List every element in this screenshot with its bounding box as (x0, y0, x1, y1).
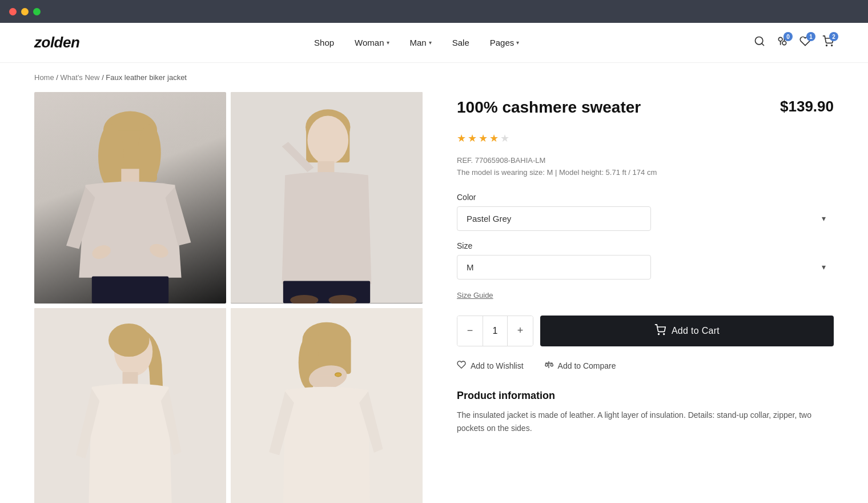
scale-icon (544, 360, 553, 372)
color-select-wrapper: Pastel Grey Black White Navy ▾ (457, 206, 834, 231)
gallery-image-2[interactable] (231, 92, 423, 304)
star-1: ★ (457, 132, 466, 145)
add-to-cart-button[interactable]: Add to Cart (540, 316, 834, 346)
product-info-text: The insulated jacket is made of leather.… (457, 409, 834, 436)
main-content: 100% cashmere sweater $139.90 ★ ★ ★ ★ ★ … (0, 92, 868, 503)
header-icons: 0 1 2 (754, 35, 834, 50)
compare-button[interactable]: 0 (777, 35, 788, 50)
size-select-wrapper: XS S M L XL ▾ (457, 255, 834, 280)
svg-point-38 (664, 333, 665, 334)
wishlist-label: Add to Wishlist (471, 361, 524, 370)
svg-point-2 (778, 37, 782, 41)
svg-rect-16 (92, 277, 168, 304)
header: zolden Shop Woman ▾ Man ▾ Sale Pages ▾ (0, 23, 868, 63)
add-to-cart-label: Add to Cart (672, 326, 720, 336)
star-5: ★ (500, 132, 509, 145)
compare-link[interactable]: Add to Compare (544, 360, 616, 372)
chevron-down-icon: ▾ (822, 262, 826, 272)
size-guide-link[interactable]: Size Guide (457, 291, 493, 300)
svg-rect-21 (318, 161, 334, 174)
titlebar (0, 0, 868, 23)
wishlist-badge: 1 (806, 32, 815, 41)
minimize-button[interactable] (21, 8, 29, 15)
svg-point-11 (98, 124, 124, 188)
star-3: ★ (479, 132, 488, 145)
product-price: $139.90 (780, 98, 834, 115)
cart-icon (654, 324, 666, 338)
size-select[interactable]: XS S M L XL (457, 255, 651, 280)
quantity-value: 1 (483, 316, 508, 346)
svg-point-35 (335, 373, 341, 377)
breadcrumb-current: Faux leather biker jacket (106, 73, 187, 82)
action-links: Add to Wishlist Add to Compare (457, 360, 834, 372)
heart-icon (457, 360, 466, 372)
product-ref: REF. 77065908-BAHIA-LM (457, 156, 834, 165)
product-title: 100% cashmere sweater (457, 98, 641, 117)
chevron-down-icon: ▾ (429, 39, 432, 46)
nav-item-woman[interactable]: Woman ▾ (355, 38, 389, 47)
breadcrumb-whats-new[interactable]: What's New (61, 73, 100, 82)
search-button[interactable] (754, 35, 765, 50)
svg-point-3 (782, 41, 786, 45)
svg-point-37 (658, 333, 660, 334)
quantity-decrease-button[interactable]: − (457, 316, 483, 346)
nav-item-sale[interactable]: Sale (452, 38, 469, 47)
logo[interactable]: zolden (34, 34, 79, 51)
svg-line-1 (762, 43, 764, 46)
chevron-down-icon: ▾ (387, 39, 389, 46)
wishlist-button[interactable]: 1 (799, 35, 811, 50)
svg-point-20 (307, 115, 348, 164)
svg-point-27 (108, 323, 150, 356)
gallery-image-1[interactable] (34, 92, 226, 304)
star-4: ★ (489, 132, 499, 145)
product-info-title: Product information (457, 390, 834, 402)
product-details: 100% cashmere sweater $139.90 ★ ★ ★ ★ ★ … (457, 92, 834, 503)
compare-label: Add to Compare (558, 361, 616, 370)
cart-button[interactable]: 2 (822, 35, 834, 50)
svg-point-12 (138, 124, 160, 182)
main-nav: Shop Woman ▾ Man ▾ Sale Pages ▾ (314, 38, 519, 47)
product-model-info: The model is wearing size: M | Model hei… (457, 168, 834, 177)
product-gallery (34, 92, 423, 503)
quantity-control: − 1 + (457, 316, 533, 346)
nav-item-shop[interactable]: Shop (314, 38, 334, 47)
breadcrumb-home[interactable]: Home (34, 73, 54, 82)
star-2: ★ (468, 132, 477, 145)
chevron-down-icon: ▾ (516, 39, 519, 46)
breadcrumb: Home / What's New / Faux leather biker j… (0, 63, 868, 92)
cart-badge: 2 (829, 32, 838, 41)
gallery-image-4[interactable] (231, 308, 423, 503)
color-select[interactable]: Pastel Grey Black White Navy (457, 206, 651, 231)
maximize-button[interactable] (33, 8, 41, 15)
product-rating: ★ ★ ★ ★ ★ (457, 132, 834, 145)
nav-item-pages[interactable]: Pages ▾ (490, 38, 520, 47)
nav-item-man[interactable]: Man ▾ (410, 38, 432, 47)
wishlist-link[interactable]: Add to Wishlist (457, 360, 524, 372)
quantity-increase-button[interactable]: + (508, 316, 533, 346)
svg-point-6 (826, 45, 827, 46)
size-label: Size (457, 241, 834, 250)
close-button[interactable] (9, 8, 17, 15)
cart-row: − 1 + Add to Cart (457, 316, 834, 346)
color-label: Color (457, 193, 834, 202)
svg-point-7 (831, 45, 833, 46)
compare-badge: 0 (783, 32, 793, 41)
chevron-down-icon: ▾ (822, 214, 826, 223)
gallery-image-3[interactable] (34, 308, 226, 503)
